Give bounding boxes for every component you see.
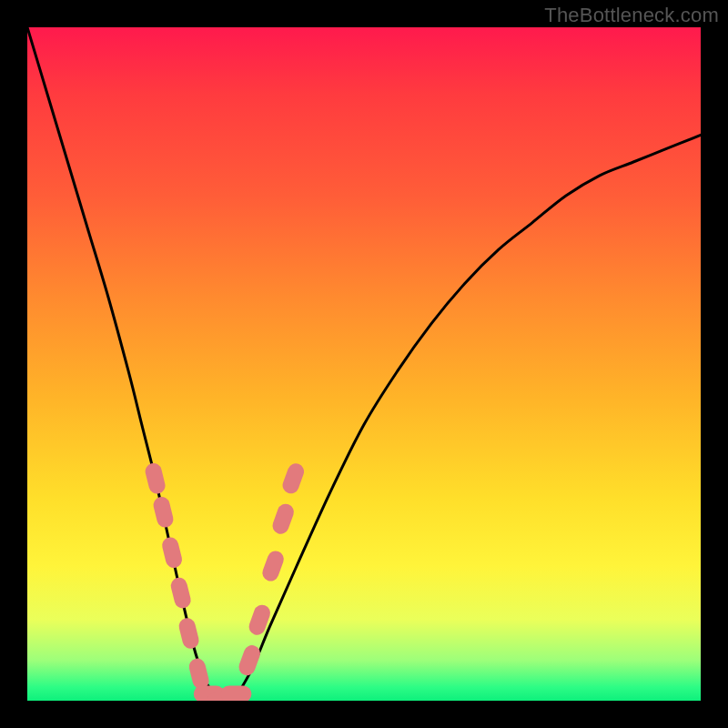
marker-dot	[220, 686, 251, 701]
marker-dot	[194, 686, 225, 701]
bottleneck-curve	[27, 27, 701, 701]
watermark-text: TheBottleneck.com	[544, 4, 719, 27]
marker-dot	[169, 576, 193, 610]
marker-dot	[187, 657, 211, 691]
marker-dot	[237, 643, 263, 678]
highlight-markers	[144, 461, 307, 701]
marker-dot	[270, 501, 297, 536]
gradient-plot-area	[27, 27, 701, 701]
marker-dot	[247, 602, 273, 637]
marker-dot	[260, 549, 287, 583]
marker-dot	[280, 461, 307, 496]
marker-dot	[144, 461, 167, 495]
marker-dot	[152, 495, 176, 529]
chart-frame: TheBottleneck.com	[0, 0, 728, 728]
marker-dot	[207, 693, 238, 701]
curve-layer	[27, 27, 701, 701]
marker-dot	[177, 616, 201, 650]
marker-dot	[160, 536, 184, 570]
